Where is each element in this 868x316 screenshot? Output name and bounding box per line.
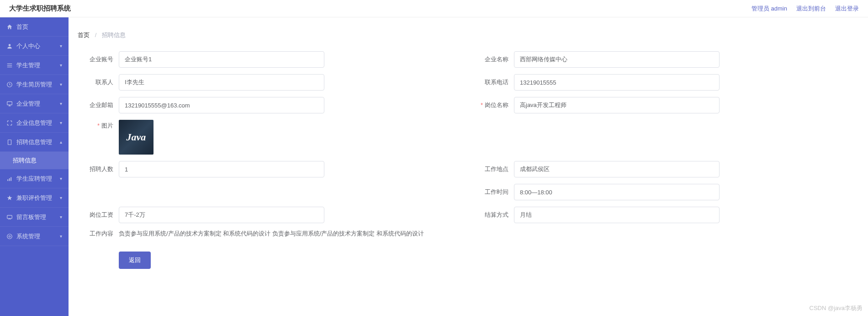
user-link[interactable]: 管理员 admin: [752, 5, 787, 13]
svg-point-0: [9, 44, 11, 46]
worktime-input[interactable]: [514, 184, 720, 200]
expand-icon: [6, 120, 13, 126]
svg-rect-2: [7, 65, 12, 65]
app-title: 大学生求职招聘系统: [9, 4, 71, 13]
sidebar-item-label: 首页: [16, 23, 28, 31]
email-input[interactable]: [119, 97, 324, 113]
svg-rect-3: [7, 66, 12, 67]
menu-icon: [6, 62, 13, 69]
home-icon: [6, 24, 13, 30]
sidebar-item-label: 系统管理: [16, 232, 40, 241]
chevron-up-icon: ▴: [60, 139, 62, 145]
file-icon: [6, 139, 13, 145]
contact-input[interactable]: [119, 74, 324, 91]
chevron-down-icon: ▾: [60, 195, 62, 200]
content-text: 负责参与应用系统/产品的技术方案制定 和系统代码的设计 负责参与应用系统/产品的…: [119, 230, 424, 238]
worktime-label: 工作时间: [473, 188, 514, 196]
sidebar-item-recruit[interactable]: 招聘信息管理 ▴: [0, 133, 69, 152]
sidebar-item-label: 学生管理: [16, 61, 40, 70]
chevron-down-icon: ▾: [60, 43, 62, 48]
sidebar-item-label: 学生应聘管理: [16, 175, 52, 183]
star-icon: [6, 195, 13, 201]
svg-rect-8: [9, 178, 10, 181]
sidebar-item-review[interactable]: 兼职评价管理 ▾: [0, 188, 69, 208]
back-button[interactable]: 返回: [119, 252, 151, 269]
svg-rect-5: [7, 102, 12, 105]
sidebar-item-resume[interactable]: 学生简历管理 ▾: [0, 75, 69, 94]
header-right: 管理员 admin 退出到前台 退出登录: [752, 5, 859, 13]
chevron-down-icon: ▾: [60, 82, 62, 87]
content-label: 工作内容: [78, 230, 119, 238]
location-label: 工作地点: [473, 165, 514, 173]
image-preview[interactable]: Java: [119, 120, 153, 155]
settle-input[interactable]: [514, 207, 720, 223]
company-name-input[interactable]: [514, 51, 720, 68]
clock-icon: [6, 81, 13, 88]
sidebar-item-students[interactable]: 学生管理 ▾: [0, 56, 69, 75]
main-content: 首页 / 招聘信息 企业账号 企业名称 联系人 联系电话: [69, 17, 868, 316]
sidebar-item-apply[interactable]: 学生应聘管理 ▾: [0, 169, 69, 188]
company-account-input[interactable]: [119, 51, 324, 68]
sidebar-item-label: 企业管理: [16, 100, 40, 108]
breadcrumb-current: 招聘信息: [102, 32, 126, 38]
email-label: 企业邮箱: [78, 101, 119, 109]
sidebar: 首页 个人中心 ▾ 学生管理 ▾ 学生简历管理 ▾: [0, 17, 69, 316]
chevron-down-icon: ▾: [60, 234, 62, 239]
breadcrumb-separator: /: [95, 32, 97, 38]
svg-rect-10: [7, 215, 12, 218]
sidebar-item-system[interactable]: 系统管理 ▾: [0, 227, 69, 246]
sidebar-item-company[interactable]: 企业管理 ▾: [0, 94, 69, 113]
sidebar-item-label: 兼职评价管理: [16, 194, 52, 202]
chevron-down-icon: ▾: [60, 176, 62, 181]
sidebar-item-label: 个人中心: [16, 42, 40, 50]
message-icon: [6, 214, 13, 220]
svg-rect-9: [11, 177, 11, 181]
sidebar-item-label: 留言板管理: [16, 213, 46, 221]
user-icon: [6, 43, 13, 49]
salary-input[interactable]: [119, 207, 324, 223]
sidebar-item-profile[interactable]: 个人中心 ▾: [0, 37, 69, 56]
chevron-down-icon: ▾: [60, 120, 62, 125]
image-label: *图片: [78, 120, 119, 130]
breadcrumb: 首页 / 招聘信息: [78, 27, 859, 51]
chevron-down-icon: ▾: [60, 63, 62, 68]
monitor-icon: [6, 101, 13, 107]
company-account-label: 企业账号: [78, 55, 119, 64]
sidebar-item-company-info[interactable]: 企业信息管理 ▾: [0, 113, 69, 133]
chevron-down-icon: ▾: [60, 101, 62, 106]
sidebar-subitem-recruit-info[interactable]: 招聘信息: [0, 152, 69, 169]
chart-icon: [6, 176, 13, 182]
headcount-input[interactable]: [119, 161, 324, 177]
contact-label: 联系人: [78, 78, 119, 86]
svg-rect-1: [7, 63, 12, 64]
gear-icon: [6, 233, 13, 240]
sidebar-item-label: 招聘信息管理: [16, 138, 52, 146]
location-input[interactable]: [514, 161, 720, 177]
company-name-label: 企业名称: [473, 55, 514, 64]
position-input[interactable]: [514, 97, 720, 113]
headcount-label: 招聘人数: [78, 165, 119, 173]
salary-label: 岗位工资: [78, 211, 119, 219]
svg-point-11: [9, 236, 11, 237]
exit-front-link[interactable]: 退出到前台: [796, 5, 826, 13]
sidebar-item-label: 企业信息管理: [16, 119, 52, 127]
logout-link[interactable]: 退出登录: [835, 5, 859, 13]
phone-label: 联系电话: [473, 78, 514, 86]
breadcrumb-home[interactable]: 首页: [78, 32, 90, 38]
sidebar-item-board[interactable]: 留言板管理 ▾: [0, 208, 69, 227]
position-label: *岗位名称: [473, 101, 514, 109]
svg-rect-6: [8, 139, 11, 145]
sidebar-item-home[interactable]: 首页: [0, 17, 69, 37]
phone-input[interactable]: [514, 74, 720, 91]
svg-point-12: [7, 234, 12, 239]
sidebar-item-label: 学生简历管理: [16, 80, 52, 89]
svg-rect-7: [7, 179, 8, 181]
chevron-down-icon: ▾: [60, 214, 62, 220]
header: 大学生求职招聘系统 管理员 admin 退出到前台 退出登录: [0, 0, 868, 17]
settle-label: 结算方式: [473, 211, 514, 219]
